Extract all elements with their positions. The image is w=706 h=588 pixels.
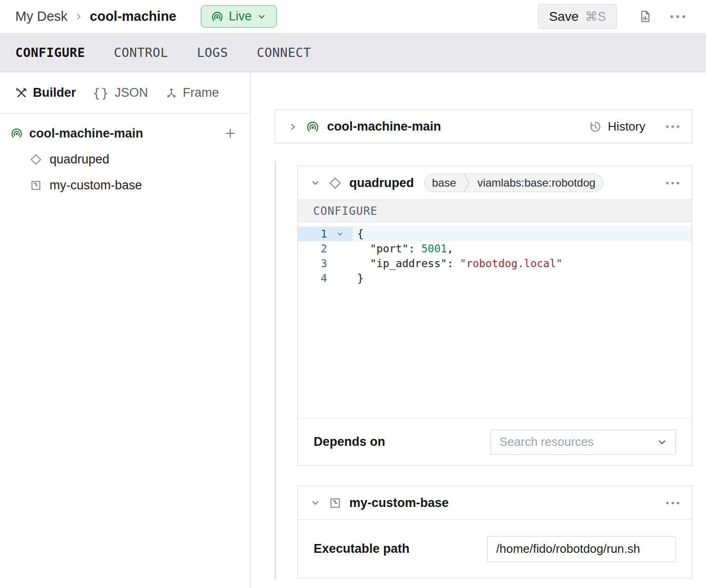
depends-on-placeholder: Search resources (499, 435, 594, 449)
tree-item-label: cool-machine-main (29, 126, 143, 141)
my-custom-base-card-header: my-custom-base (298, 486, 692, 520)
code-line-1[interactable]: 1 { (298, 226, 692, 241)
gutter: 3 (298, 256, 353, 271)
more-menu-icon[interactable] (666, 181, 680, 185)
depends-on-select[interactable]: Search resources (491, 430, 676, 455)
code-text: { (353, 228, 364, 240)
badge-type: base (425, 176, 464, 189)
line-number: 1 (298, 228, 327, 240)
status-label: Live (229, 9, 252, 24)
model-badge: base viamlabs:base:robotdog (424, 174, 604, 192)
view-builder-label: Builder (33, 86, 76, 100)
tab-logs[interactable]: LOGS (197, 45, 228, 60)
more-menu-icon[interactable] (666, 125, 680, 128)
tree-connector-line (275, 161, 276, 580)
save-label: Save (549, 9, 579, 24)
history-icon (588, 120, 602, 134)
view-builder[interactable]: Builder (15, 86, 76, 100)
quadruped-card-header: quadruped base viamlabs:base:robotdog (298, 166, 692, 200)
code-line-2[interactable]: 2 "port": 5001, (298, 241, 692, 256)
process-icon (328, 496, 342, 510)
tree-item-my-custom-base[interactable]: my-custom-base (0, 172, 250, 198)
tab-connect[interactable]: CONNECT (257, 45, 311, 60)
view-frame-label: Frame (183, 86, 219, 100)
expand-chevron-right-icon[interactable] (287, 121, 298, 132)
collapse-chevron-down-icon[interactable] (310, 497, 321, 508)
quadruped-card: quadruped base viamlabs:base:robotdog CO… (297, 166, 692, 466)
my-custom-base-title: my-custom-base (349, 496, 449, 510)
process-icon (30, 179, 42, 192)
badge-model: viamlabs:base:robotdog (470, 176, 603, 189)
topbar-actions: Save ⌘S (538, 4, 686, 29)
executable-path-label: Executable path (314, 542, 410, 556)
quadruped-title: quadruped (349, 176, 414, 190)
live-signal-icon (306, 120, 320, 134)
code-line-3[interactable]: 3 "ip_address": "robotdog.local" (298, 256, 692, 271)
view-toggle: Builder {} JSON Frame (0, 72, 250, 114)
frame-axes-icon (165, 87, 178, 100)
save-shortcut: ⌘S (585, 9, 606, 24)
gutter: 1 (298, 226, 353, 241)
view-frame[interactable]: Frame (165, 86, 219, 100)
badge-divider (464, 174, 470, 192)
line-number: 4 (298, 272, 327, 284)
view-json-label: JSON (115, 86, 148, 100)
history-button[interactable]: History (588, 119, 645, 134)
tree-item-quadruped[interactable]: quadruped (0, 146, 250, 172)
tree-item-label: my-custom-base (50, 178, 142, 193)
component-diamond-icon (30, 153, 42, 166)
tree-item-machine-part[interactable]: cool-machine-main (0, 120, 250, 146)
line-number: 3 (298, 257, 327, 269)
configure-section-label: CONFIGURE (298, 200, 692, 222)
code-text: } (353, 272, 364, 284)
breadcrumb-parent[interactable]: My Desk (15, 9, 68, 24)
depends-on-row: Depends on Search resources (298, 419, 692, 465)
tools-icon (15, 87, 28, 99)
depends-on-label: Depends on (314, 435, 385, 449)
machine-report-icon[interactable] (638, 8, 652, 25)
more-menu-icon[interactable] (670, 15, 686, 19)
add-resource-icon[interactable] (223, 126, 237, 140)
tab-configure[interactable]: CONFIGURE (15, 45, 85, 60)
chevron-down-icon (257, 12, 267, 22)
machine-part-card: cool-machine-main History (275, 110, 692, 144)
breadcrumb-current: cool-machine (90, 9, 176, 24)
chevron-down-icon (656, 436, 668, 448)
executable-path-input[interactable] (487, 536, 676, 562)
code-line-4[interactable]: 4 } (298, 271, 692, 286)
fold-chevron-icon[interactable] (327, 229, 353, 238)
executable-path-row: Executable path (298, 520, 692, 578)
tab-control[interactable]: CONTROL (114, 45, 168, 60)
collapse-chevron-down-icon[interactable] (310, 177, 321, 188)
history-label: History (608, 119, 645, 134)
gutter: 2 (298, 241, 353, 256)
config-sidebar: Builder {} JSON Frame (0, 72, 251, 588)
machine-tabs: CONFIGURE CONTROL LOGS CONNECT (0, 33, 706, 72)
machine-part-title: cool-machine-main (327, 119, 441, 134)
attributes-json-editor[interactable]: 1 { 2 "port": 5001, (298, 222, 692, 419)
machine-part-card-header: cool-machine-main History (275, 110, 692, 143)
view-json[interactable]: {} JSON (93, 86, 148, 100)
config-main: cool-machine-main History (251, 72, 706, 588)
live-signal-icon (10, 127, 23, 140)
my-custom-base-card: my-custom-base Executable path (297, 486, 692, 578)
component-diamond-icon (328, 176, 342, 190)
code-text: "port": 5001, (353, 243, 454, 255)
braces-icon: {} (93, 86, 110, 100)
code-text: "ip_address": "robotdog.local" (353, 257, 562, 269)
tree-item-label: quadruped (50, 152, 109, 167)
more-menu-icon[interactable] (666, 501, 680, 505)
live-signal-icon (211, 10, 224, 23)
gutter: 4 (298, 271, 353, 286)
machine-status-dropdown[interactable]: Live (201, 5, 277, 28)
top-bar: My Desk cool-machine Live Save ⌘S (0, 0, 706, 33)
line-number: 2 (298, 243, 327, 255)
chevron-right-icon (74, 12, 83, 21)
save-button[interactable]: Save ⌘S (538, 4, 617, 29)
resource-tree: cool-machine-main quadruped my-custom-ba… (0, 114, 250, 198)
